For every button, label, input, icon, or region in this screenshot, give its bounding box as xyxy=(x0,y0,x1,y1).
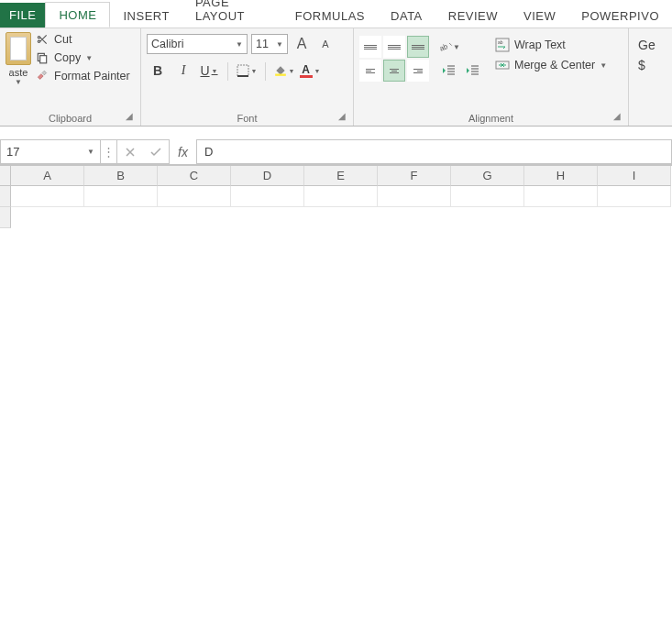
merge-center-button[interactable]: Merge & Center ▼ xyxy=(495,58,607,72)
row-header[interactable] xyxy=(0,207,11,228)
chevron-down-icon: ▼ xyxy=(289,68,295,74)
orientation-button[interactable]: ab ▼ xyxy=(438,36,460,58)
paste-button[interactable]: aste ▼ xyxy=(6,32,31,86)
cell[interactable] xyxy=(11,186,84,207)
cell[interactable] xyxy=(304,186,378,207)
group-number: Ge $ xyxy=(629,28,656,126)
font-size-selector[interactable]: 11 ▼ xyxy=(251,34,288,54)
font-color-button[interactable]: A ▼ xyxy=(299,60,321,82)
decrease-indent-button[interactable] xyxy=(438,60,460,82)
fill-color-button[interactable]: ▼ xyxy=(273,60,295,82)
row-header[interactable] xyxy=(0,186,11,207)
formula-input[interactable]: D xyxy=(197,139,672,164)
column-header-B[interactable]: B xyxy=(84,166,158,186)
cell[interactable] xyxy=(524,186,598,207)
tab-formulas[interactable]: FORMULAS xyxy=(282,4,378,28)
fx-button[interactable]: fx xyxy=(170,139,197,164)
font-launcher[interactable]: ◢ xyxy=(336,111,347,122)
column-header-I[interactable]: I xyxy=(598,166,671,186)
tab-page-layout[interactable]: PAGE LAYOUT xyxy=(182,0,282,28)
currency-label: $ xyxy=(638,58,645,72)
scissors-icon xyxy=(35,32,50,47)
tab-insert[interactable]: INSERT xyxy=(110,4,182,28)
bucket-icon xyxy=(274,64,287,77)
orientation-icon: ab xyxy=(438,38,453,55)
enter-formula-button[interactable] xyxy=(143,140,169,163)
column-header-A[interactable]: A xyxy=(11,166,84,186)
align-bottom-button[interactable] xyxy=(407,36,429,58)
wrap-text-button[interactable]: ab Wrap Text xyxy=(495,38,607,52)
tab-view[interactable]: VIEW xyxy=(511,4,568,28)
name-box[interactable]: 17 ▼ xyxy=(0,139,101,164)
ribbon: aste ▼ Cut Copy ▼ xyxy=(0,28,672,126)
wrap-text-label: Wrap Text xyxy=(514,38,566,51)
tab-data[interactable]: DATA xyxy=(378,4,435,28)
row-headers xyxy=(0,166,11,228)
cell[interactable] xyxy=(231,186,304,207)
tab-file[interactable]: FILE xyxy=(0,3,45,28)
align-top-icon xyxy=(364,44,377,50)
cell[interactable] xyxy=(451,186,524,207)
chevron-down-icon: ▼ xyxy=(87,148,94,156)
name-box-value: 17 xyxy=(6,145,19,159)
column-header-D[interactable]: D xyxy=(231,166,304,186)
bold-button[interactable]: B xyxy=(147,60,169,82)
cell[interactable] xyxy=(84,186,158,207)
column-header-C[interactable]: C xyxy=(158,166,231,186)
align-left-icon xyxy=(366,68,375,74)
column-header-E[interactable]: E xyxy=(304,166,378,186)
number-format-selector[interactable]: Ge xyxy=(638,38,651,52)
tab-review[interactable]: REVIEW xyxy=(435,4,511,28)
wrap-text-icon: ab xyxy=(495,38,510,52)
chevron-down-icon: ▼ xyxy=(236,40,243,49)
alignment-launcher[interactable]: ◢ xyxy=(611,111,622,122)
align-left-button[interactable] xyxy=(359,60,381,82)
align-right-button[interactable] xyxy=(407,60,429,82)
svg-rect-4 xyxy=(275,74,286,76)
italic-button[interactable]: I xyxy=(172,60,194,82)
copy-label: Copy xyxy=(54,51,81,64)
group-font: Calibri ▼ 11 ▼ A A B I U▼ ▼ xyxy=(141,28,354,126)
border-button[interactable]: ▼ xyxy=(236,60,258,82)
copy-icon xyxy=(35,50,50,65)
alignment-group-label: Alignment xyxy=(468,113,513,124)
cancel-formula-button[interactable] xyxy=(117,140,143,163)
chevron-down-icon: ▼ xyxy=(453,43,460,51)
chevron-down-icon: ▼ xyxy=(85,54,93,62)
currency-button[interactable]: $ xyxy=(638,58,651,72)
increase-indent-button[interactable] xyxy=(462,60,484,82)
column-header-F[interactable]: F xyxy=(378,166,451,186)
tab-home[interactable]: HOME xyxy=(45,2,110,28)
cut-button[interactable]: Cut xyxy=(35,32,130,47)
cell[interactable] xyxy=(158,186,231,207)
align-center-button[interactable] xyxy=(383,60,405,82)
cells-grid[interactable] xyxy=(11,186,672,207)
increase-indent-icon xyxy=(466,63,480,78)
column-header-G[interactable]: G xyxy=(451,166,524,186)
column-header-H[interactable]: H xyxy=(524,166,598,186)
spreadsheet: ABCDEFGHI xyxy=(0,165,672,228)
svg-rect-1 xyxy=(40,56,47,63)
formula-bar: 17 ▼ ⋮ fx D xyxy=(0,139,672,165)
align-top-button[interactable] xyxy=(359,36,381,58)
align-middle-icon xyxy=(388,44,401,50)
grow-font-button[interactable]: A xyxy=(292,34,312,54)
svg-text:ab: ab xyxy=(498,39,503,45)
shrink-font-button[interactable]: A xyxy=(315,34,336,54)
cell[interactable] xyxy=(378,186,451,207)
align-middle-button[interactable] xyxy=(383,36,405,58)
merge-label: Merge & Center xyxy=(514,59,595,72)
select-all-corner[interactable] xyxy=(0,166,11,186)
underline-button[interactable]: U▼ xyxy=(198,60,220,82)
formula-value: D xyxy=(204,145,213,159)
copy-button[interactable]: Copy ▼ xyxy=(35,50,130,65)
cell[interactable] xyxy=(598,186,671,207)
painter-label: Format Painter xyxy=(54,70,130,82)
paintbrush-icon xyxy=(35,69,50,83)
clipboard-launcher[interactable]: ◢ xyxy=(124,111,135,122)
tab-powerpivot[interactable]: POWERPIVO xyxy=(568,4,672,28)
decrease-indent-icon xyxy=(442,63,457,78)
fx-label: fx xyxy=(178,145,188,160)
font-name-selector[interactable]: Calibri ▼ xyxy=(147,34,248,54)
format-painter-button[interactable]: Format Painter xyxy=(35,69,130,83)
